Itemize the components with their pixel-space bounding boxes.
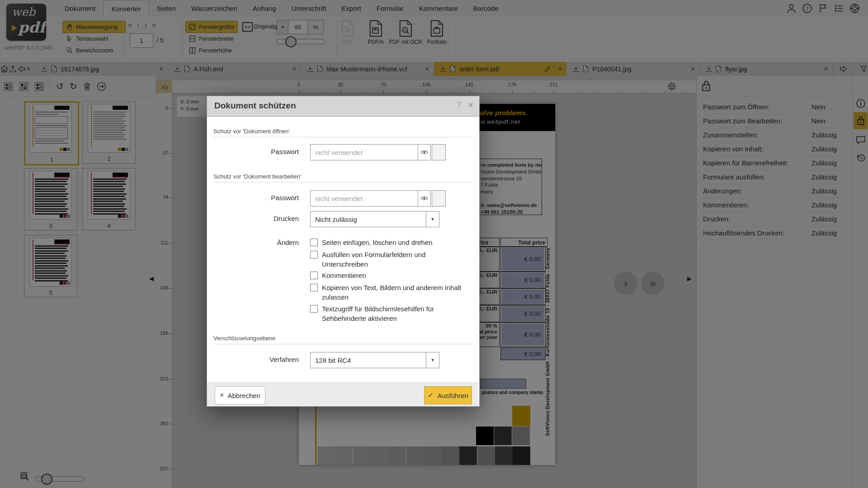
section-encryption: Verschlüsselungsebene	[213, 335, 473, 344]
section-edit-document: Schutz vor 'Dokument bearbeiten'	[213, 173, 473, 183]
protect-document-dialog: Dokument schützen ? × Schutz vor 'Dokume…	[207, 96, 480, 407]
checkbox-label: Textzugriff für Bildschirmlesehilfen für…	[322, 304, 434, 323]
password-label: Passwort	[207, 190, 299, 206]
checkbox-row: Kopieren von Text, Bildern und anderem I…	[310, 283, 473, 302]
print-select[interactable]: Nicht zulässig ▼	[310, 211, 439, 227]
webpdf-app: web pdf webPDF 8.0.0.1945 DokumentKonver…	[0, 0, 868, 488]
password-open-row: Passwort	[207, 144, 479, 160]
checkbox[interactable]	[310, 239, 318, 246]
chevron-down-icon[interactable]: ▼	[426, 352, 439, 368]
checkbox[interactable]	[310, 284, 318, 291]
dialog-footer: × Abbrechen ✓ Ausführen	[207, 382, 478, 406]
checkbox[interactable]	[310, 305, 318, 313]
dialog-help-icon[interactable]: ?	[457, 100, 461, 110]
submit-label: Ausführen	[438, 392, 468, 399]
print-row: Drucken Nicht zulässig ▼	[207, 211, 479, 226]
checkbox-label-line: Unterschreiben	[322, 259, 425, 269]
password-edit-input[interactable]	[310, 190, 418, 206]
checkbox-row: Seiten einfügen, löschen und drehen	[310, 238, 473, 247]
show-password-button[interactable]	[418, 190, 431, 206]
show-password-button[interactable]	[418, 144, 431, 160]
checkbox-label-line: Ausfüllen von Formularfeldern und	[322, 250, 425, 259]
checkbox-label: Kommentieren	[322, 271, 366, 280]
password-label: Passwort	[207, 144, 299, 160]
password-edit-row: Passwort	[207, 190, 479, 206]
checkbox-label-line: zulassen	[322, 292, 461, 302]
checkbox[interactable]	[310, 272, 318, 279]
cancel-button[interactable]: × Abbrechen	[215, 386, 265, 404]
print-select-value: Nicht zulässig	[315, 216, 357, 223]
password-option-button[interactable]	[432, 190, 446, 206]
checkbox-label-line: Seiten einfügen, löschen und drehen	[322, 238, 432, 247]
print-label: Drucken	[207, 211, 299, 226]
checkbox-label-line: Sehbehinderte aktivieren	[322, 314, 434, 323]
password-option-button[interactable]	[432, 144, 446, 160]
method-select-value: 128 bit RC4	[315, 357, 351, 364]
checkbox-row: Textzugriff für Bildschirmlesehilfen für…	[310, 304, 473, 323]
dialog-close-icon[interactable]: ×	[468, 99, 473, 110]
checkbox-label: Ausfüllen von Formularfeldern undUntersc…	[322, 250, 425, 269]
checkbox[interactable]	[310, 251, 318, 258]
chevron-down-icon[interactable]: ▼	[426, 211, 439, 227]
checkbox-label-line: Kopieren von Text, Bildern und anderem I…	[322, 283, 461, 292]
section-open-document: Schutz vor 'Dokument öffnen'	[213, 128, 473, 137]
dialog-header[interactable]: Dokument schützen ? ×	[207, 96, 480, 117]
checkbox-label-line: Kommentieren	[322, 271, 366, 280]
checkbox-label: Seiten einfügen, löschen und drehen	[322, 238, 432, 247]
method-label: Verfahren	[207, 352, 299, 367]
checkbox-row: Ausfüllen von Formularfeldern undUntersc…	[310, 250, 473, 269]
change-label: Ändern	[207, 238, 299, 247]
checkbox-label-line: Textzugriff für Bildschirmlesehilfen für	[322, 304, 434, 314]
checkbox-row: Kommentieren	[310, 271, 473, 280]
close-icon: ×	[220, 392, 224, 399]
check-icon: ✓	[428, 392, 434, 399]
method-row: Verfahren 128 bit RC4 ▼	[207, 352, 479, 367]
checkbox-label: Kopieren von Text, Bildern und anderem I…	[322, 283, 461, 302]
password-open-input[interactable]	[310, 144, 418, 160]
cancel-label: Abbrechen	[227, 392, 260, 399]
submit-button[interactable]: ✓ Ausführen	[424, 386, 472, 404]
dialog-title: Dokument schützen	[214, 101, 296, 111]
method-select[interactable]: 128 bit RC4 ▼	[310, 352, 439, 368]
